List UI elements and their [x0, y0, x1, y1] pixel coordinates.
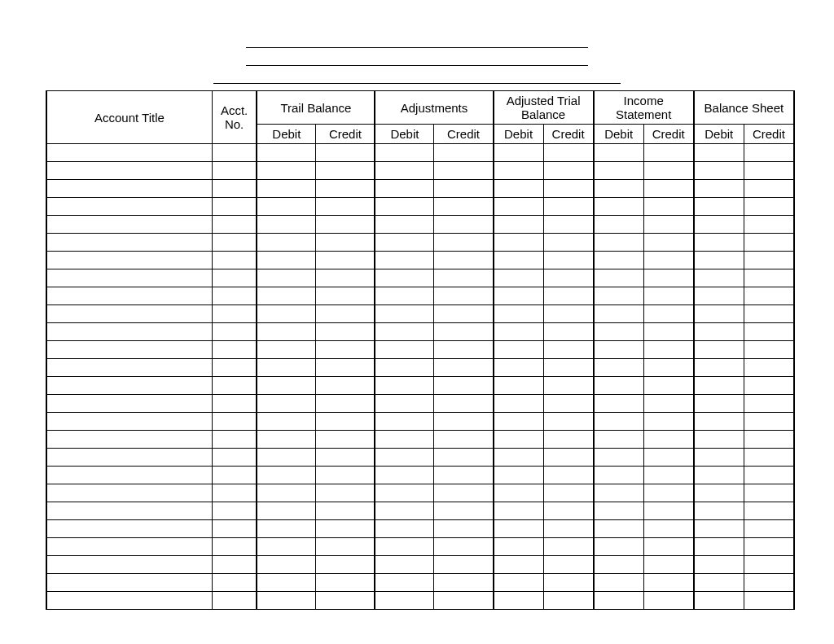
cell[interactable]: [434, 377, 494, 395]
cell[interactable]: [694, 467, 744, 484]
cell[interactable]: [744, 467, 794, 484]
cell[interactable]: [316, 216, 375, 234]
cell[interactable]: [257, 431, 316, 449]
cell[interactable]: [46, 341, 212, 359]
cell[interactable]: [594, 180, 644, 198]
cell[interactable]: [744, 574, 794, 592]
cell[interactable]: [316, 520, 375, 538]
cell[interactable]: [694, 413, 744, 431]
cell[interactable]: [744, 198, 794, 216]
cell[interactable]: [643, 323, 694, 341]
cell[interactable]: [694, 216, 744, 234]
cell[interactable]: [46, 431, 212, 449]
cell[interactable]: [257, 144, 316, 162]
cell[interactable]: [594, 556, 644, 574]
cell[interactable]: [46, 556, 212, 574]
cell[interactable]: [694, 287, 744, 305]
cell[interactable]: [316, 180, 375, 198]
cell[interactable]: [257, 502, 316, 520]
cell[interactable]: [694, 252, 744, 269]
cell[interactable]: [212, 144, 257, 162]
cell[interactable]: [434, 269, 494, 287]
cell[interactable]: [212, 198, 257, 216]
cell[interactable]: [594, 305, 644, 323]
cell[interactable]: [375, 180, 434, 198]
cell[interactable]: [46, 377, 212, 395]
cell[interactable]: [643, 287, 694, 305]
cell[interactable]: [257, 198, 316, 216]
cell[interactable]: [594, 323, 644, 341]
cell[interactable]: [212, 305, 257, 323]
cell[interactable]: [375, 359, 434, 377]
cell[interactable]: [46, 449, 212, 467]
cell[interactable]: [46, 359, 212, 377]
cell[interactable]: [212, 162, 257, 180]
cell[interactable]: [543, 359, 594, 377]
cell[interactable]: [375, 449, 434, 467]
cell[interactable]: [543, 287, 594, 305]
cell[interactable]: [744, 359, 794, 377]
cell[interactable]: [543, 538, 594, 556]
cell[interactable]: [594, 413, 644, 431]
cell[interactable]: [694, 341, 744, 359]
cell[interactable]: [543, 234, 594, 252]
cell[interactable]: [212, 413, 257, 431]
cell[interactable]: [257, 556, 316, 574]
cell[interactable]: [316, 395, 375, 413]
cell[interactable]: [434, 252, 494, 269]
cell[interactable]: [434, 359, 494, 377]
cell[interactable]: [643, 413, 694, 431]
cell[interactable]: [316, 556, 375, 574]
cell[interactable]: [694, 592, 744, 610]
cell[interactable]: [543, 252, 594, 269]
cell[interactable]: [375, 467, 434, 484]
cell[interactable]: [643, 431, 694, 449]
cell[interactable]: [434, 341, 494, 359]
cell[interactable]: [212, 574, 257, 592]
cell[interactable]: [494, 234, 544, 252]
cell[interactable]: [643, 359, 694, 377]
cell[interactable]: [316, 484, 375, 502]
cell[interactable]: [694, 556, 744, 574]
cell[interactable]: [543, 198, 594, 216]
cell[interactable]: [594, 449, 644, 467]
cell[interactable]: [434, 305, 494, 323]
cell[interactable]: [257, 305, 316, 323]
cell[interactable]: [744, 216, 794, 234]
cell[interactable]: [375, 252, 434, 269]
cell[interactable]: [744, 341, 794, 359]
cell[interactable]: [543, 180, 594, 198]
cell[interactable]: [694, 198, 744, 216]
cell[interactable]: [543, 395, 594, 413]
cell[interactable]: [434, 592, 494, 610]
cell[interactable]: [212, 287, 257, 305]
cell[interactable]: [316, 198, 375, 216]
cell[interactable]: [316, 287, 375, 305]
cell[interactable]: [434, 234, 494, 252]
cell[interactable]: [594, 484, 644, 502]
cell[interactable]: [643, 467, 694, 484]
cell[interactable]: [594, 269, 644, 287]
cell[interactable]: [212, 180, 257, 198]
cell[interactable]: [375, 216, 434, 234]
cell[interactable]: [375, 287, 434, 305]
cell[interactable]: [694, 162, 744, 180]
cell[interactable]: [494, 538, 544, 556]
cell[interactable]: [494, 252, 544, 269]
cell[interactable]: [594, 520, 644, 538]
cell[interactable]: [694, 538, 744, 556]
cell[interactable]: [434, 467, 494, 484]
cell[interactable]: [643, 341, 694, 359]
cell[interactable]: [212, 538, 257, 556]
cell[interactable]: [594, 377, 644, 395]
cell[interactable]: [257, 413, 316, 431]
cell[interactable]: [643, 377, 694, 395]
cell[interactable]: [375, 574, 434, 592]
cell[interactable]: [46, 144, 212, 162]
cell[interactable]: [643, 502, 694, 520]
cell[interactable]: [434, 484, 494, 502]
cell[interactable]: [744, 144, 794, 162]
cell[interactable]: [543, 484, 594, 502]
cell[interactable]: [543, 269, 594, 287]
cell[interactable]: [316, 538, 375, 556]
